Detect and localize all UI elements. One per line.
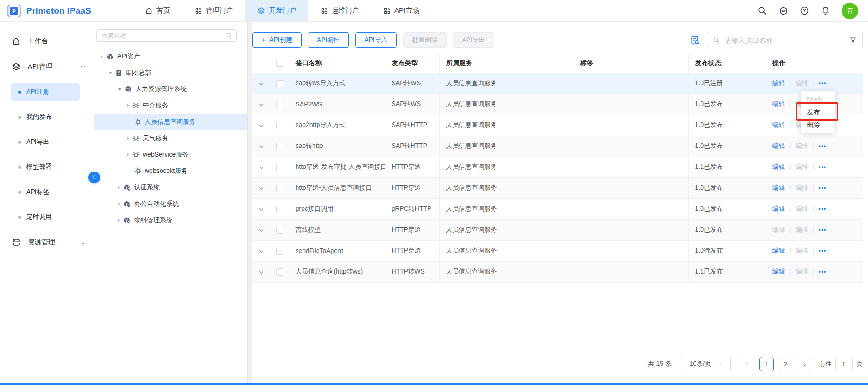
tree-node-天气服务[interactable]: 天气服务 xyxy=(94,130,247,147)
row-checkbox[interactable] xyxy=(276,185,283,192)
edit-link[interactable]: 编辑 xyxy=(772,226,785,234)
tree-expand-right-icon[interactable] xyxy=(118,202,120,206)
tree-expand-down-icon[interactable] xyxy=(100,56,103,58)
row-expand-icon[interactable] xyxy=(258,81,264,87)
sidebar-subitem-API导出[interactable]: API导出 xyxy=(11,133,80,151)
sidebar-subitem-我的发布[interactable]: 我的发布 xyxy=(11,108,80,126)
row-checkbox[interactable] xyxy=(276,143,283,150)
tree-expand-right-icon[interactable] xyxy=(127,137,129,140)
more-actions-button[interactable]: ••• xyxy=(819,164,827,170)
tree-search-input[interactable] xyxy=(101,32,226,40)
more-actions-button[interactable]: ••• xyxy=(819,227,827,233)
row-expand-icon[interactable] xyxy=(258,228,264,233)
ai-assistant-icon[interactable]: AI xyxy=(778,6,788,16)
tree-node-物料管理系统[interactable]: 物料管理系统 xyxy=(94,212,247,228)
edit-link[interactable]: 编辑 xyxy=(772,79,785,87)
row-checkbox[interactable] xyxy=(276,122,283,129)
row-expand-icon[interactable] xyxy=(258,165,264,171)
row-expand-icon[interactable] xyxy=(258,102,264,108)
tree-node-人力资源管理系统[interactable]: 人力资源管理系统 xyxy=(94,81,247,97)
tree-node-API资产[interactable]: API资产 xyxy=(94,48,247,65)
tree-node-办公自动化系统[interactable]: 办公自动化系统 xyxy=(94,196,247,212)
row-expand-icon[interactable] xyxy=(258,144,264,150)
sidebar-item-API管理[interactable]: API管理 xyxy=(0,57,94,76)
edit-link[interactable]: 编辑 xyxy=(772,121,785,129)
row-checkbox[interactable] xyxy=(276,248,283,255)
row-checkbox[interactable] xyxy=(276,80,283,87)
row-expand-icon[interactable] xyxy=(258,269,264,275)
orchestrate-link[interactable]: 编排 xyxy=(796,268,808,276)
filter-funnel-icon[interactable] xyxy=(849,36,857,44)
edit-link[interactable]: 编辑 xyxy=(772,247,785,255)
more-actions-button[interactable]: ••• xyxy=(819,268,827,275)
nav-item-首页[interactable]: 首页 xyxy=(133,0,182,21)
page-button-2[interactable]: 2 xyxy=(778,357,792,371)
row-checkbox[interactable] xyxy=(276,101,283,108)
nav-item-开发门户[interactable]: 开发门户 xyxy=(245,0,308,21)
sidebar-collapse-button[interactable] xyxy=(88,172,100,183)
menu-item-Mock[interactable]: Mock xyxy=(801,93,835,106)
button-批量删除[interactable]: 批量删除 xyxy=(403,32,447,48)
row-checkbox[interactable] xyxy=(276,164,283,171)
tree-node-webService服务[interactable]: webService服务 xyxy=(94,147,247,163)
query-log-icon[interactable] xyxy=(691,35,700,45)
sidebar-subitem-模型部署[interactable]: 模型部署 xyxy=(11,158,80,176)
edit-link[interactable]: 编辑 xyxy=(772,142,785,150)
orchestrate-link[interactable]: 编排 xyxy=(796,226,808,234)
help-icon[interactable]: ? xyxy=(800,6,809,15)
sidebar-item-资源管理[interactable]: 资源管理 xyxy=(0,233,94,251)
menu-item-发布[interactable]: 发布 xyxy=(801,106,835,118)
more-actions-button[interactable]: ••• xyxy=(819,185,827,191)
row-expand-icon[interactable] xyxy=(258,248,264,254)
goto-page-input[interactable] xyxy=(835,357,853,371)
row-checkbox[interactable] xyxy=(276,206,283,213)
tree-expand-right-icon[interactable] xyxy=(127,153,129,157)
page-size-select[interactable]: 10条/页 xyxy=(680,357,731,371)
menu-item-删除[interactable]: 删除 xyxy=(801,118,835,131)
row-expand-icon[interactable] xyxy=(258,207,264,213)
button-API导出[interactable]: API导出 xyxy=(453,32,495,48)
notifications-icon[interactable] xyxy=(821,6,830,15)
prev-page-button[interactable] xyxy=(741,357,755,371)
sidebar-subitem-定时调用[interactable]: 定时调用 xyxy=(11,208,80,226)
tree-expand-right-icon[interactable] xyxy=(127,104,129,107)
sidebar-subitem-API注册[interactable]: API注册 xyxy=(11,83,80,101)
interface-search-input[interactable] xyxy=(724,36,845,45)
edit-link[interactable]: 编辑 xyxy=(772,205,785,213)
panel-divider[interactable] xyxy=(248,22,252,383)
orchestrate-link[interactable]: 编排 xyxy=(796,79,808,87)
orchestrate-link[interactable]: 编排 xyxy=(796,163,808,171)
more-actions-button[interactable]: ••• xyxy=(819,80,827,86)
more-actions-button[interactable]: ••• xyxy=(819,143,827,149)
tree-expand-right-icon[interactable] xyxy=(118,186,120,189)
user-avatar[interactable]: 管 xyxy=(842,3,858,19)
edit-link[interactable]: 编辑 xyxy=(772,163,785,171)
row-checkbox[interactable] xyxy=(276,227,283,234)
edit-link[interactable]: 编辑 xyxy=(772,268,785,276)
row-expand-icon[interactable] xyxy=(258,123,264,129)
tree-expand-right-icon[interactable] xyxy=(118,218,120,222)
button-API编排[interactable]: API编排 xyxy=(308,32,349,48)
nav-item-管理门户[interactable]: 管理门户 xyxy=(182,0,245,21)
select-all-checkbox[interactable] xyxy=(276,60,283,67)
sidebar-item-工作台[interactable]: 工作台 xyxy=(0,32,94,50)
nav-item-API市场[interactable]: API市场 xyxy=(371,0,431,21)
orchestrate-link[interactable]: 编排 xyxy=(796,205,808,213)
sidebar-subitem-API标签[interactable]: API标签 xyxy=(11,183,80,201)
row-expand-icon[interactable] xyxy=(258,186,264,192)
next-page-button[interactable] xyxy=(797,357,811,371)
edit-link[interactable]: 编辑 xyxy=(772,100,785,108)
more-actions-button[interactable]: ••• xyxy=(819,248,827,254)
page-button-1[interactable]: 1 xyxy=(759,357,774,371)
search-icon[interactable] xyxy=(757,6,767,15)
tree-expand-down-icon[interactable] xyxy=(118,88,121,91)
tree-node-集团总部[interactable]: 集团总部 xyxy=(94,65,247,81)
nav-item-运维门户[interactable]: 运维门户 xyxy=(308,0,371,21)
orchestrate-link[interactable]: 编排 xyxy=(796,142,808,150)
tree-node-中介服务[interactable]: 中介服务 xyxy=(94,97,247,114)
button-API创建[interactable]: +API创建 xyxy=(252,32,302,48)
orchestrate-link[interactable]: 编排 xyxy=(796,247,808,255)
edit-link[interactable]: 编辑 xyxy=(772,184,785,192)
orchestrate-link[interactable]: 编排 xyxy=(796,184,808,192)
tree-node-认证系统[interactable]: 认证系统 xyxy=(94,179,247,196)
